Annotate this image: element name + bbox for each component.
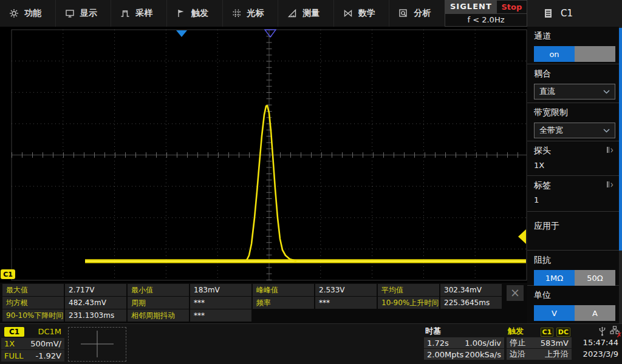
probe-label: 探头 [534, 146, 612, 157]
probe-expander-icon[interactable]: › [607, 147, 613, 153]
channel-bandwidth: FULL [4, 351, 23, 360]
status-bar: C1 DC1M 1X 500mV/ FULL -1.92V 时基 [0, 323, 622, 364]
delay-reference-marker[interactable] [265, 30, 276, 37]
measure-row: 最大值 2.717V 最小值 183mV 峰峰值 2.533V 平均值 302.… [2, 284, 527, 296]
run-stop-indicator[interactable]: Stop [497, 1, 527, 13]
measure-label-cell: 最小值 [128, 284, 189, 296]
measure-label-cell: 90-10%下降时间 [2, 309, 64, 322]
waveform-display[interactable]: C1 [0, 27, 527, 283]
menu-item-function[interactable]: 功能 [0, 0, 56, 27]
menu-item-trigger[interactable]: 触发 [167, 0, 223, 27]
graticule-and-trace: C1 [0, 27, 527, 283]
trigger-source-coupling: C1 DC [541, 327, 570, 336]
measure-label-cell: 相邻周期抖动 [128, 309, 189, 322]
trigger-status: 停止 [510, 337, 525, 348]
menu-item-display[interactable]: 显示 [56, 0, 112, 27]
channel-on-option[interactable]: on [534, 46, 575, 62]
trigger-slope: 上升沿 [545, 349, 569, 360]
ruler-icon [287, 8, 297, 18]
measure-row: 均方根 482.43mV 周期 *** 频率 *** 10-90%上升时间 22… [2, 297, 527, 309]
coupling-value: 直流 [539, 86, 555, 97]
menu-item-label: 测量 [302, 8, 320, 19]
measure-value-cell: *** [190, 309, 251, 322]
trigger-type: 边沿 [510, 349, 525, 360]
measure-row: 90-10%下降时间 231.1303ms 相邻周期抖动 *** [2, 309, 527, 322]
channel-label: 通道 [534, 31, 612, 42]
tag-expander-icon[interactable]: › [607, 181, 613, 187]
probe-value[interactable]: 1X [534, 161, 612, 170]
channel-offset-marker[interactable]: C1 [1, 269, 15, 279]
tag-value[interactable]: 1 [534, 195, 612, 204]
timebase-samplerate: 200kSa/s [465, 350, 501, 359]
channel-descriptor-row: 1X 500mV/ [1, 338, 64, 349]
channel-descriptor-header: C1 DC1M [1, 326, 64, 337]
usb-icon[interactable] [598, 326, 606, 336]
trigger-level-marker[interactable] [518, 229, 526, 244]
trigger-row: 停止 583mV [507, 337, 572, 348]
oscilloscope-screen: 功能 显示 采样 触发 光标 测量 数学 分析 [0, 0, 622, 364]
section-channel: 通道 on [527, 27, 622, 64]
coupling-dropdown[interactable]: 直流 [534, 84, 615, 99]
clock-date: 2023/3/9 [576, 348, 620, 360]
measure-value-cell: 231.1303ms [65, 309, 126, 322]
menu-item-math[interactable]: 数学 [334, 0, 390, 27]
menu-item-analysis[interactable]: 分析 [389, 0, 445, 27]
timebase-box[interactable]: 时基 1.72s 1.00s/div 2.00Mpts 200kSa/s [424, 326, 504, 360]
bandwidth-label: 带宽限制 [534, 107, 612, 118]
trigger-source-badge: C1 [541, 328, 554, 337]
list-icon [544, 8, 552, 18]
unit-amp-option[interactable]: A [575, 305, 615, 321]
menu-item-acquire[interactable]: 采样 [111, 0, 167, 27]
section-label: 标签 › 1 [527, 176, 622, 212]
channel1-descriptor-box[interactable]: C1 DC1M 1X 500mV/ FULL -1.92V [1, 326, 64, 363]
analysis-icon [398, 8, 408, 18]
menu-item-label: 数学 [358, 8, 375, 19]
apply-to-label[interactable]: 应用于 [534, 221, 612, 232]
bandwidth-dropdown[interactable]: 全带宽 [534, 123, 615, 138]
measure-empty-cell [315, 309, 377, 322]
measure-value-cell: *** [315, 297, 377, 309]
measure-value-cell: 2.717V [65, 284, 126, 296]
trigger-box[interactable]: 触发 C1 DC 停止 583mV 边沿 上升沿 [507, 326, 572, 360]
channel-descriptor-row: FULL -1.92V [1, 350, 64, 362]
menu-item-label: 显示 [80, 8, 97, 19]
timebase-header: 时基 [424, 326, 504, 337]
measure-label-cell: 最大值 [2, 284, 64, 296]
measure-label-cell: 均方根 [2, 297, 64, 309]
network-status[interactable]: ✗ [610, 326, 620, 337]
unit-toggle[interactable]: V A [534, 305, 615, 321]
cursor-grid-icon [232, 8, 242, 18]
unit-label: 单位 [534, 290, 612, 301]
menu-item-cursor[interactable]: 光标 [223, 0, 279, 27]
chevron-down-icon [603, 90, 610, 94]
add-channel-placeholder[interactable] [68, 327, 126, 362]
measure-label-cell: 频率 [253, 297, 314, 309]
menu-item-measure[interactable]: 测量 [278, 0, 334, 27]
channel-on-off-toggle[interactable]: on [534, 46, 615, 62]
channel-off-option[interactable] [575, 46, 615, 62]
impedance-label: 阻抗 [534, 255, 612, 266]
flag-icon [176, 8, 186, 18]
impedance-1mohm-option[interactable]: 1MΩ [534, 270, 575, 286]
unit-volt-option[interactable]: V [534, 305, 575, 321]
sidebar-scrollbar-thumb[interactable] [619, 28, 622, 251]
impedance-50ohm-option[interactable]: 50Ω [575, 270, 615, 286]
timebase-delay: 1.72s [427, 339, 449, 348]
chevron-down-icon [603, 129, 610, 133]
timebase-scale: 1.00s/div [465, 339, 501, 348]
channel-badge: C1 [4, 327, 24, 337]
measure-label-cell: 10-90%上升时间 [378, 297, 439, 309]
close-icon[interactable]: × [507, 285, 524, 301]
section-unit: 单位 V A [527, 286, 622, 323]
display-icon [65, 8, 75, 18]
bandwidth-value: 全带宽 [539, 125, 563, 136]
status-icons: ✗ [576, 326, 620, 337]
menu-bar: 功能 显示 采样 触发 光标 测量 数学 分析 [0, 0, 445, 27]
impedance-toggle[interactable]: 1MΩ 50Ω [534, 270, 615, 286]
trigger-position-marker[interactable] [176, 30, 187, 37]
dialog-title: C1 [561, 8, 573, 19]
section-apply-to: 应用于 [527, 212, 622, 251]
dialog-header[interactable]: C1 [527, 0, 622, 27]
trigger-frequency-readout: f < 2.0Hz [445, 14, 527, 26]
measure-empty-cell [440, 309, 502, 322]
